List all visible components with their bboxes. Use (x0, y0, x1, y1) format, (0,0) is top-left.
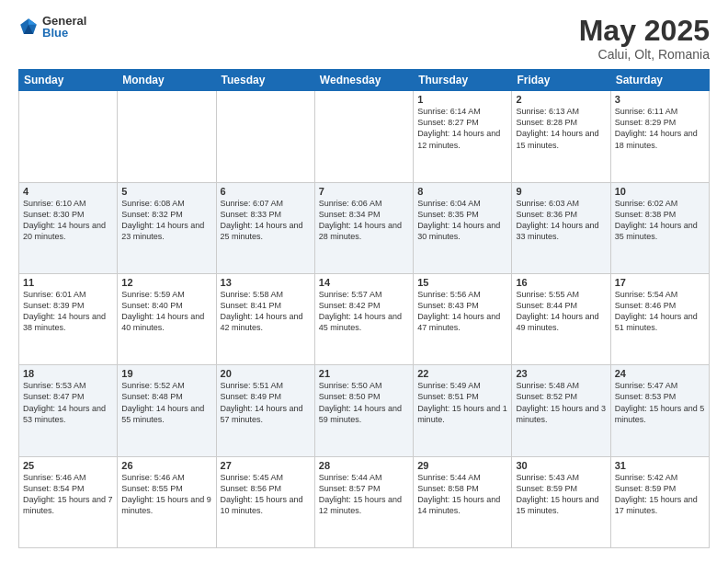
day-header-sunday: Sunday (19, 70, 118, 91)
cell-content: Sunrise: 6:08 AM Sunset: 8:32 PM Dayligh… (121, 198, 211, 243)
day-number: 3 (615, 94, 705, 105)
cell-content: Sunrise: 6:14 AM Sunset: 8:27 PM Dayligh… (417, 106, 507, 151)
day-number: 5 (121, 186, 211, 197)
calendar-cell: 8Sunrise: 6:04 AM Sunset: 8:35 PM Daylig… (414, 182, 512, 273)
calendar-cell: 23Sunrise: 5:48 AM Sunset: 8:52 PM Dayli… (512, 365, 610, 456)
calendar-cell: 13Sunrise: 5:58 AM Sunset: 8:41 PM Dayli… (216, 273, 314, 364)
cell-content: Sunrise: 5:47 AM Sunset: 8:53 PM Dayligh… (615, 380, 705, 425)
calendar-cell (314, 91, 413, 182)
calendar-cell: 5Sunrise: 6:08 AM Sunset: 8:32 PM Daylig… (118, 182, 216, 273)
location: Calui, Olt, Romania (579, 47, 710, 62)
cell-content: Sunrise: 5:50 AM Sunset: 8:50 PM Dayligh… (319, 380, 409, 425)
day-number: 18 (23, 368, 113, 379)
cell-content: Sunrise: 5:59 AM Sunset: 8:40 PM Dayligh… (121, 289, 211, 334)
day-number: 14 (319, 277, 409, 288)
cell-content: Sunrise: 5:49 AM Sunset: 8:51 PM Dayligh… (417, 380, 507, 425)
day-number: 30 (516, 460, 606, 471)
page: General Blue May 2025 Calui, Olt, Romani… (0, 0, 728, 563)
calendar-cell (19, 91, 118, 182)
calendar-cell: 29Sunrise: 5:44 AM Sunset: 8:58 PM Dayli… (414, 456, 512, 547)
cell-content: Sunrise: 5:58 AM Sunset: 8:41 PM Dayligh… (221, 289, 311, 334)
day-header-saturday: Saturday (610, 70, 709, 91)
calendar-header-row: SundayMondayTuesdayWednesdayThursdayFrid… (19, 70, 710, 91)
cell-content: Sunrise: 6:04 AM Sunset: 8:35 PM Dayligh… (417, 198, 507, 243)
day-number: 19 (121, 368, 211, 379)
calendar-cell: 17Sunrise: 5:54 AM Sunset: 8:46 PM Dayli… (610, 273, 709, 364)
cell-content: Sunrise: 5:46 AM Sunset: 8:54 PM Dayligh… (23, 472, 113, 517)
calendar-cell: 12Sunrise: 5:59 AM Sunset: 8:40 PM Dayli… (118, 273, 216, 364)
day-number: 10 (615, 186, 705, 197)
calendar-cell: 3Sunrise: 6:11 AM Sunset: 8:29 PM Daylig… (610, 91, 709, 182)
day-header-friday: Friday (512, 70, 610, 91)
calendar-week-row: 4Sunrise: 6:10 AM Sunset: 8:30 PM Daylig… (19, 182, 710, 273)
calendar-cell: 21Sunrise: 5:50 AM Sunset: 8:50 PM Dayli… (314, 365, 413, 456)
day-number: 26 (121, 460, 211, 471)
calendar-cell: 6Sunrise: 6:07 AM Sunset: 8:33 PM Daylig… (216, 182, 314, 273)
calendar-cell: 15Sunrise: 5:56 AM Sunset: 8:43 PM Dayli… (414, 273, 512, 364)
calendar-cell: 16Sunrise: 5:55 AM Sunset: 8:44 PM Dayli… (512, 273, 610, 364)
day-number: 23 (516, 368, 606, 379)
day-number: 1 (417, 94, 507, 105)
cell-content: Sunrise: 6:01 AM Sunset: 8:39 PM Dayligh… (23, 289, 113, 334)
cell-content: Sunrise: 5:57 AM Sunset: 8:42 PM Dayligh… (319, 289, 409, 334)
calendar-cell: 31Sunrise: 5:42 AM Sunset: 8:59 PM Dayli… (610, 456, 709, 547)
day-number: 17 (615, 277, 705, 288)
calendar-cell: 7Sunrise: 6:06 AM Sunset: 8:34 PM Daylig… (314, 182, 413, 273)
title-block: May 2025 Calui, Olt, Romania (579, 15, 710, 62)
calendar-cell: 25Sunrise: 5:46 AM Sunset: 8:54 PM Dayli… (19, 456, 118, 547)
cell-content: Sunrise: 5:42 AM Sunset: 8:59 PM Dayligh… (615, 472, 705, 517)
day-number: 7 (319, 186, 409, 197)
cell-content: Sunrise: 6:02 AM Sunset: 8:38 PM Dayligh… (615, 198, 705, 243)
calendar-cell: 20Sunrise: 5:51 AM Sunset: 8:49 PM Dayli… (216, 365, 314, 456)
day-number: 9 (516, 186, 606, 197)
logo-blue: Blue (42, 27, 86, 39)
cell-content: Sunrise: 5:53 AM Sunset: 8:47 PM Dayligh… (23, 380, 113, 425)
calendar-cell: 1Sunrise: 6:14 AM Sunset: 8:27 PM Daylig… (414, 91, 512, 182)
day-number: 25 (23, 460, 113, 471)
cell-content: Sunrise: 5:46 AM Sunset: 8:55 PM Dayligh… (121, 472, 211, 517)
cell-content: Sunrise: 5:48 AM Sunset: 8:52 PM Dayligh… (516, 380, 606, 425)
calendar-week-row: 11Sunrise: 6:01 AM Sunset: 8:39 PM Dayli… (19, 273, 710, 364)
calendar-cell: 28Sunrise: 5:44 AM Sunset: 8:57 PM Dayli… (314, 456, 413, 547)
calendar-cell: 27Sunrise: 5:45 AM Sunset: 8:56 PM Dayli… (216, 456, 314, 547)
calendar-cell: 18Sunrise: 5:53 AM Sunset: 8:47 PM Dayli… (19, 365, 118, 456)
day-number: 28 (319, 460, 409, 471)
calendar-cell: 30Sunrise: 5:43 AM Sunset: 8:59 PM Dayli… (512, 456, 610, 547)
cell-content: Sunrise: 5:51 AM Sunset: 8:49 PM Dayligh… (221, 380, 311, 425)
day-number: 4 (23, 186, 113, 197)
day-number: 16 (516, 277, 606, 288)
calendar-cell: 10Sunrise: 6:02 AM Sunset: 8:38 PM Dayli… (610, 182, 709, 273)
calendar-week-row: 25Sunrise: 5:46 AM Sunset: 8:54 PM Dayli… (19, 456, 710, 547)
logo-text: General Blue (42, 15, 86, 39)
cell-content: Sunrise: 5:44 AM Sunset: 8:58 PM Dayligh… (417, 472, 507, 517)
calendar-cell: 14Sunrise: 5:57 AM Sunset: 8:42 PM Dayli… (314, 273, 413, 364)
cell-content: Sunrise: 5:45 AM Sunset: 8:56 PM Dayligh… (221, 472, 311, 517)
day-number: 31 (615, 460, 705, 471)
cell-content: Sunrise: 5:54 AM Sunset: 8:46 PM Dayligh… (615, 289, 705, 334)
cell-content: Sunrise: 5:43 AM Sunset: 8:59 PM Dayligh… (516, 472, 606, 517)
cell-content: Sunrise: 6:13 AM Sunset: 8:28 PM Dayligh… (516, 106, 606, 151)
calendar-cell: 24Sunrise: 5:47 AM Sunset: 8:53 PM Dayli… (610, 365, 709, 456)
day-number: 21 (319, 368, 409, 379)
calendar-week-row: 18Sunrise: 5:53 AM Sunset: 8:47 PM Dayli… (19, 365, 710, 456)
logo-icon (18, 17, 39, 37)
day-number: 22 (417, 368, 507, 379)
cell-content: Sunrise: 6:11 AM Sunset: 8:29 PM Dayligh… (615, 106, 705, 151)
calendar-cell: 11Sunrise: 6:01 AM Sunset: 8:39 PM Dayli… (19, 273, 118, 364)
day-number: 6 (221, 186, 311, 197)
day-number: 2 (516, 94, 606, 105)
cell-content: Sunrise: 6:07 AM Sunset: 8:33 PM Dayligh… (221, 198, 311, 243)
cell-content: Sunrise: 5:56 AM Sunset: 8:43 PM Dayligh… (417, 289, 507, 334)
day-header-monday: Monday (118, 70, 216, 91)
day-number: 12 (121, 277, 211, 288)
calendar-cell: 26Sunrise: 5:46 AM Sunset: 8:55 PM Dayli… (118, 456, 216, 547)
calendar-cell: 19Sunrise: 5:52 AM Sunset: 8:48 PM Dayli… (118, 365, 216, 456)
day-number: 13 (221, 277, 311, 288)
calendar-cell: 22Sunrise: 5:49 AM Sunset: 8:51 PM Dayli… (414, 365, 512, 456)
month-title: May 2025 (579, 15, 710, 47)
day-number: 8 (417, 186, 507, 197)
day-number: 24 (615, 368, 705, 379)
calendar-table: SundayMondayTuesdayWednesdayThursdayFrid… (18, 69, 710, 548)
calendar-cell: 4Sunrise: 6:10 AM Sunset: 8:30 PM Daylig… (19, 182, 118, 273)
cell-content: Sunrise: 6:06 AM Sunset: 8:34 PM Dayligh… (319, 198, 409, 243)
